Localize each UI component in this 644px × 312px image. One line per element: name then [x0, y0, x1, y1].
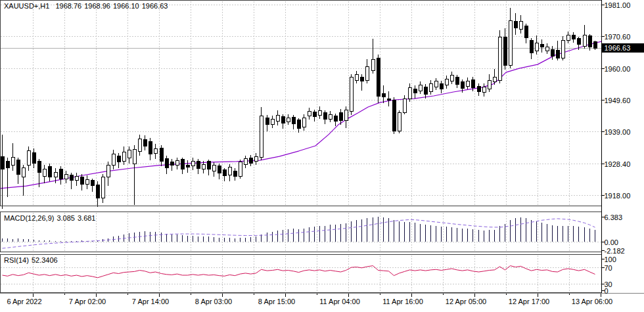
macd-axis-label: -2.182	[605, 247, 625, 255]
macd-panel-header: MACD(12,26,9)3.0853.681	[4, 214, 98, 223]
macd-signal-value: 3.681	[78, 214, 96, 222]
time-axis-label: 11 Apr 04:00	[319, 298, 360, 305]
macd-axis-label: 6.383	[605, 213, 623, 221]
price-axis-label: 1939.00	[605, 128, 631, 136]
time-axis-label: 6 Apr 2022	[7, 298, 41, 305]
low-value: 1966.10	[113, 2, 139, 10]
price-axis-label: 1981.00	[605, 1, 631, 9]
rsi-axis-label: 100	[605, 256, 616, 263]
price-axis-label: 1928.40	[605, 160, 631, 168]
price-axis[interactable]: 1981.001970.601960.001949.601939.001928.…	[602, 1, 644, 200]
time-axis-label: 11 Apr 16:00	[382, 298, 423, 305]
time-axis-label: 7 Apr 02:00	[69, 298, 106, 305]
rsi-value: 52.3406	[32, 256, 58, 264]
current-price-tag-text: 1966.63	[605, 44, 631, 52]
rsi-indicator-label: RSI(14)	[4, 256, 29, 264]
price-axis-label: 1970.60	[605, 33, 631, 41]
rsi-axis-label: 70	[605, 264, 612, 272]
rsi-panel-header: RSI(14)52.3406	[4, 256, 60, 265]
time-axis-label: 8 Apr 03:00	[195, 298, 232, 305]
macd-axis-label: 0.00	[605, 238, 618, 246]
time-axis-label: 12 Apr 05:00	[446, 298, 486, 305]
time-axis-label: 8 Apr 15:00	[258, 298, 295, 305]
current-price-tag: 1966.63	[602, 43, 644, 53]
price-axis-label: 1960.00	[605, 65, 631, 73]
price-axis-label: 1949.60	[605, 97, 631, 104]
chart-header: XAUUSD+,H11968.761968.961966.101966.63	[4, 2, 170, 11]
price-axis-label: 1918.00	[605, 192, 631, 200]
trading-chart-window: 1981.001970.601960.001949.601939.001928.…	[0, 0, 644, 312]
high-value: 1968.96	[84, 2, 110, 10]
time-axis-label: 12 Apr 17:00	[509, 298, 549, 305]
time-axis-label: 13 Apr 06:00	[572, 298, 612, 305]
macd-indicator-label: MACD(12,26,9)	[4, 214, 54, 222]
open-value: 1968.76	[55, 2, 81, 10]
close-value: 1966.63	[142, 2, 168, 10]
symbol-timeframe-label: XAUUSD+,H1	[4, 2, 49, 10]
main-chart-surface[interactable]	[0, 0, 601, 206]
macd-main-value: 3.085	[57, 214, 75, 222]
macd-axis[interactable]: 6.3830.00-2.182	[602, 213, 625, 255]
rsi-axis-label: 0	[605, 287, 609, 295]
time-axis-label: 7 Apr 14:00	[132, 298, 169, 305]
chart-canvas: 1981.001970.601960.001949.601939.001928.…	[0, 0, 644, 312]
rsi-panel-surface[interactable]	[0, 255, 601, 293]
time-axis[interactable]: 6 Apr 20227 Apr 02:007 Apr 14:008 Apr 03…	[7, 294, 612, 306]
rsi-axis[interactable]: 10070300	[602, 256, 616, 295]
